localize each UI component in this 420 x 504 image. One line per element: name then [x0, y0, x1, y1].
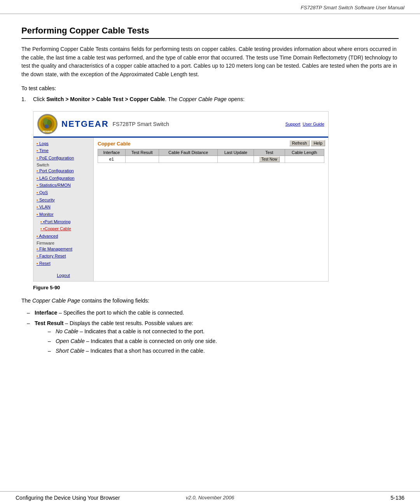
footer-left: Configuring the Device Using Your Browse… — [16, 495, 120, 501]
sidebar-item-factory-reset[interactable]: Factory Reset — [37, 252, 90, 260]
main-content: Performing Copper Cable Tests The Perfor… — [0, 14, 420, 491]
cell-test-result — [125, 156, 159, 163]
step1-end: opens: — [227, 96, 245, 102]
open-cable-label: Open Cable — [56, 338, 85, 344]
sidebar-item-copper-cable[interactable]: ▪Copper Cable — [37, 225, 90, 233]
sidebar-item-vlan[interactable]: VLAN — [37, 203, 90, 211]
top-buttons: Refresh Help — [289, 140, 325, 146]
step1-bold: Switch > Monitor > Cable Test > Copper C… — [46, 96, 165, 102]
copper-intro: The — [21, 298, 32, 304]
step1-suffix: . The — [165, 96, 179, 102]
sidebar-item-qos[interactable]: QoS — [37, 189, 90, 196]
sidebar-item-logs[interactable]: Logs — [37, 140, 90, 147]
ng-sidebar: Logs Time PoE Configuration Switch Port … — [33, 138, 94, 282]
col-test: Test — [254, 149, 285, 156]
page-title: Performing Copper Cable Tests — [21, 26, 399, 39]
svg-point-5 — [45, 124, 49, 128]
field-interface: – Interface – Specifies the port to whic… — [25, 309, 399, 317]
refresh-button[interactable]: Refresh — [289, 140, 310, 146]
svg-text:NETGEAR: NETGEAR — [43, 130, 52, 133]
short-cable-label: Short Cable — [56, 348, 84, 354]
help-button[interactable]: Help — [311, 140, 325, 146]
copper-italic: Copper Cable Page — [32, 298, 80, 304]
sidebar-label-firmware: Firmware — [37, 241, 90, 245]
ng-device-name: FS728TP Smart Switch — [113, 121, 169, 127]
sidebar-item-time[interactable]: Time — [37, 147, 90, 154]
to-test-label: To test cables: — [21, 85, 399, 91]
steps-list: 1. Click Switch > Monitor > Cable Test >… — [21, 95, 399, 103]
test-result-values: – No Cable – Indicates that a cable is n… — [46, 327, 217, 355]
sidebar-item-port-mirroring[interactable]: ▪Port Mirroring — [37, 218, 90, 226]
table-row: e1 Test Now — [98, 156, 324, 163]
sidebar-item-advanced[interactable]: Advanced — [37, 233, 90, 240]
field-interface-name: Interface — [35, 310, 57, 316]
step-1: 1. Click Switch > Monitor > Cable Test >… — [21, 95, 399, 103]
sidebar-item-logout[interactable]: Logout — [37, 272, 90, 279]
sidebar-item-reset[interactable]: Reset — [37, 260, 90, 267]
cell-cable-length — [285, 156, 324, 163]
screenshot-box: NETGEAR NETGEAR FS728TP Smart Switch Sup… — [33, 111, 329, 282]
value-no-cable: – No Cable – Indicates that a cable is n… — [46, 327, 217, 336]
intro-paragraph: The Performing Copper Cable Tests contai… — [21, 45, 399, 79]
sidebar-item-monitor[interactable]: Monitor — [37, 211, 90, 218]
cell-test: Test Now — [254, 156, 285, 163]
col-interface: Interface — [98, 149, 126, 156]
field-test-result: – Test Result – Displays the cable test … — [25, 319, 399, 357]
sidebar-item-lag[interactable]: LAG Configuration — [37, 175, 90, 182]
page-footer: Configuring the Device Using Your Browse… — [0, 491, 420, 504]
step-number: 1. — [21, 95, 33, 103]
netgear-logo: NETGEAR — [37, 114, 58, 134]
value-open-cable: – Open Cable – Indicates that a cable is… — [46, 337, 217, 345]
cell-interface: e1 — [98, 156, 126, 163]
col-last-update: Last Update — [218, 149, 254, 156]
footer-right: 5-136 — [390, 495, 404, 501]
field-test-result-name: Test Result — [35, 320, 63, 326]
test-now-button[interactable]: Test Now — [259, 156, 280, 162]
sidebar-item-file-mgmt[interactable]: File Management — [37, 245, 90, 253]
ng-brand-name: NETGEAR — [61, 119, 109, 129]
cell-cable-fault — [159, 156, 217, 163]
no-cable-label: No Cable — [56, 328, 78, 334]
sidebar-label-switch: Switch — [37, 163, 90, 167]
user-guide-link[interactable]: User Guide — [303, 122, 324, 126]
ng-brand-area: NETGEAR FS728TP Smart Switch — [61, 119, 282, 129]
step1-prefix: Click — [33, 96, 46, 102]
col-cable-length: Cable Length — [285, 149, 324, 156]
sidebar-item-port-config[interactable]: Port Configuration — [37, 167, 90, 175]
ng-main-area: Logs Time PoE Configuration Switch Port … — [33, 138, 328, 282]
copper-page-desc: The Copper Cable Page contains the follo… — [21, 297, 399, 305]
sidebar-item-poe[interactable]: PoE Configuration — [37, 154, 90, 162]
sidebar-item-stats[interactable]: Statistics/RMON — [37, 182, 90, 189]
step-text: Click Switch > Monitor > Cable Test > Co… — [33, 95, 399, 103]
sidebar-item-security[interactable]: Security — [37, 196, 90, 204]
col-test-result: Test Result — [125, 149, 159, 156]
col-cable-fault: Cable Fault Distance — [159, 149, 217, 156]
page-header: FS728TP Smart Switch Software User Manua… — [0, 0, 420, 14]
manual-title: FS728TP Smart Switch Software User Manua… — [301, 5, 404, 10]
copper-suffix: contains the following fields: — [80, 298, 149, 304]
copper-cable-table: Interface Test Result Cable Fault Distan… — [98, 149, 324, 163]
ng-content: Copper Cable Refresh Help Interface Test… — [94, 138, 328, 282]
ng-header: NETGEAR NETGEAR FS728TP Smart Switch Sup… — [33, 112, 328, 138]
support-link[interactable]: Support — [285, 122, 301, 126]
ng-header-links: Support User Guide — [285, 122, 324, 126]
footer-center: v2.0, November 2006 — [186, 495, 234, 500]
figure-label: Figure 5-90 — [33, 285, 399, 290]
fields-list: – Interface – Specifies the port to whic… — [25, 309, 399, 357]
step1-italic: Copper Cable Page — [179, 96, 227, 102]
value-short-cable: – Short Cable – Indicates that a short h… — [46, 347, 217, 355]
cell-last-update — [218, 156, 254, 163]
